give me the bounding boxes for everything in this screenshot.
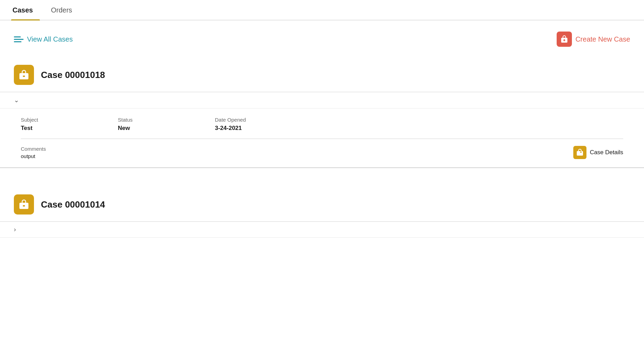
comments-label: Comments [21, 146, 46, 152]
fields-divider [21, 139, 623, 139]
create-new-case-button[interactable]: Create New Case [557, 32, 630, 47]
chevron-right-icon: › [14, 226, 16, 233]
date-opened-value: 3-24-2021 [215, 125, 312, 132]
status-label: Status [118, 117, 215, 123]
list-icon [14, 36, 24, 42]
case-details-icon [573, 146, 586, 159]
case-item-1: Case 00001018 ⌄ Subject Test Status New … [0, 58, 644, 168]
case-2-expand-row[interactable]: › [0, 222, 644, 238]
case-1-header: Case 00001018 [0, 58, 644, 92]
create-case-icon [557, 32, 572, 47]
view-all-cases-button[interactable]: View All Cases [14, 35, 73, 43]
case-1-expand-row[interactable]: ⌄ [0, 92, 644, 108]
tabs-bar: Cases Orders [0, 0, 644, 20]
svg-rect-9 [23, 205, 25, 207]
case-1-title: Case 00001018 [41, 70, 105, 80]
action-bar: View All Cases Create New Case [0, 20, 644, 55]
case-item-2: Case 00001014 › [0, 187, 644, 238]
case-1-details: Subject Test Status New Date Opened 3-24… [0, 108, 644, 168]
subject-value: Test [21, 125, 118, 132]
case-2-icon [14, 194, 34, 215]
case-1-icon [14, 65, 34, 85]
briefcase-icon [18, 69, 30, 81]
case-1-date-group: Date Opened 3-24-2021 [215, 117, 312, 132]
create-new-label: Create New Case [575, 35, 630, 43]
case-1-fields-row: Subject Test Status New Date Opened 3-24… [21, 117, 623, 132]
briefcase-icon [18, 199, 30, 210]
chevron-down-icon: ⌄ [14, 96, 19, 104]
svg-rect-4 [23, 76, 25, 77]
case-2-title: Case 00001014 [41, 199, 105, 210]
status-value: New [118, 125, 215, 132]
case-details-button[interactable]: Case Details [573, 146, 623, 159]
view-all-label: View All Cases [27, 35, 73, 43]
tab-orders[interactable]: Orders [50, 0, 79, 20]
briefcase-icon [560, 35, 569, 44]
date-opened-label: Date Opened [215, 117, 312, 123]
svg-rect-5 [577, 151, 583, 156]
tab-cases[interactable]: Cases [11, 0, 40, 20]
comments-row: Comments output Case Details [21, 146, 623, 159]
case-details-label: Case Details [590, 149, 623, 156]
comments-block: Comments output [21, 146, 46, 159]
briefcase-small-icon [576, 148, 584, 157]
case-1-status-group: Status New [118, 117, 215, 132]
svg-point-6 [580, 151, 582, 153]
subject-label: Subject [21, 117, 118, 123]
case-1-bottom-divider [0, 168, 644, 168]
case-1-subject-group: Subject Test [21, 117, 118, 132]
case-2-header: Case 00001014 [0, 187, 644, 221]
comments-value: output [21, 153, 46, 159]
